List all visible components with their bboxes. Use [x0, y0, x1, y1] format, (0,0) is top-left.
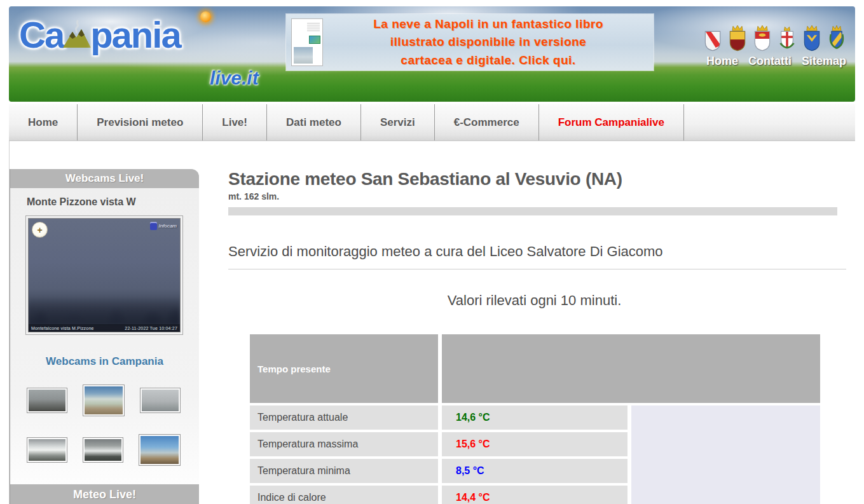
table-row-label-temperatura-minima: Temperatura minima: [250, 459, 438, 483]
webcams-in-campania-link[interactable]: Webcams in Campania: [10, 355, 199, 368]
coat-of-arms-gold-red-icon: [728, 25, 747, 52]
table-row-label-temperatura-attuale: Temperatura attuale: [250, 405, 438, 430]
main-content: Stazione meteo San Sebastiano al Vesuvio…: [228, 169, 846, 504]
webcam-station-logo-icon: +: [32, 222, 48, 238]
logo-subtitle: live.it: [210, 69, 259, 88]
webcam-caption-timestamp: 22-11-2022 Tue 10:04:27: [125, 326, 177, 330]
coat-of-arms-red-white-icon: [753, 25, 772, 52]
service-description: Servizio di monitoraggio meteo a cura de…: [228, 243, 846, 260]
header-link-home[interactable]: Home: [706, 55, 738, 68]
webcam-trees: [29, 297, 180, 325]
logo-text-right: pania: [90, 14, 181, 55]
quick-links: Home Contatti Sitemap: [703, 55, 846, 68]
webcam-thumbnails: [27, 385, 181, 466]
meteo-live-header: Meteo Live!: [10, 484, 199, 504]
site-logo[interactable]: Capania live.it: [19, 17, 181, 53]
coat-of-arms-blue-gold-icon: [802, 25, 821, 52]
table-row-value-indice-di-calore: 14,4 °C: [442, 486, 627, 504]
header-right: Home Contatti Sitemap: [703, 25, 846, 68]
nav-item-dati-meteo[interactable]: Dati meteo: [267, 104, 361, 140]
title-divider-bar: [228, 207, 837, 215]
webcam-title: Monte Pizzone vista W: [10, 188, 199, 208]
site-header: Capania live.it La neve a Napoli in un f…: [9, 6, 855, 102]
table-header-wide-cell: [442, 334, 820, 403]
webcams-live-header: Webcams Live!: [10, 169, 199, 188]
table-row-value-temperatura-massima: 15,6 °C: [442, 432, 627, 456]
webcam-thumbnail-5[interactable]: [83, 437, 123, 463]
coat-of-arms-cross-wreath-icon: [778, 25, 797, 52]
values-heading: Valori rilevati ogni 10 minuti.: [250, 292, 819, 309]
banner-ad-text: La neve a Napoli in un fantastico libro …: [323, 15, 654, 69]
table-header-tempo-presente: Tempo presente: [250, 334, 438, 403]
webcam-thumbnail-1[interactable]: [27, 388, 67, 413]
nav-item-servizi[interactable]: Servizi: [361, 104, 435, 140]
book-cover-image: [291, 18, 323, 66]
table-row-value-temperatura-attuale: 14,6 °C: [442, 405, 627, 430]
banner-line-3: cartacea e digitale. Click qui.: [401, 53, 575, 67]
weather-table: Tempo presente Temperatura attuale 14,6 …: [250, 334, 846, 504]
book-ad-banner[interactable]: La neve a Napoli in un fantastico libro …: [286, 14, 654, 71]
volcano-icon: [62, 20, 92, 48]
webcam-thumbnail-2[interactable]: [83, 385, 125, 416]
nav-item-forum-campanialive[interactable]: Forum Campanialive: [539, 104, 684, 140]
coat-of-arms-blue-wreath-icon: [827, 25, 846, 52]
nav-item-ecommerce[interactable]: €-Commerce: [435, 104, 539, 140]
page: Capania live.it La neve a Napoli in un f…: [9, 6, 855, 504]
header-link-sitemap[interactable]: Sitemap: [802, 55, 846, 68]
banner-line-2: illustrato disponibile in versione: [390, 35, 586, 48]
page-title: Stazione meteo San Sebastiano al Vesuvio…: [228, 169, 846, 189]
webcams-panel: Monte Pizzone vista W + Infocam Montefal…: [10, 188, 199, 484]
webcam-thumbnail-6[interactable]: [139, 434, 181, 466]
coat-of-arms-campania-icon: [703, 25, 722, 52]
banner-line-1: La neve a Napoli in un fantastico libro: [373, 17, 603, 31]
webcam-caption-bar: Montefalcone vista M.Pizzone 22-11-2022 …: [29, 324, 180, 332]
sun-icon: [200, 11, 211, 22]
webcam-provider-logo-icon: Infocam: [150, 222, 177, 230]
webcam-thumbnail-4[interactable]: [27, 437, 67, 463]
content-row: Webcams Live! Monte Pizzone vista W + In…: [9, 141, 855, 504]
main-nav: Home Previsioni meteo Live! Dati meteo S…: [9, 104, 855, 141]
page-subtitle: mt. 162 slm.: [228, 191, 846, 201]
nav-item-previsioni-meteo[interactable]: Previsioni meteo: [78, 104, 203, 140]
nav-item-live[interactable]: Live!: [203, 104, 267, 140]
table-row-label-indice-di-calore: Indice di calore: [250, 486, 438, 504]
logo-text-left: Ca: [19, 14, 64, 55]
webcam-frame[interactable]: + Infocam Montefalcone vista M.Pizzone 2…: [25, 215, 183, 335]
webcam-thumbnail-3[interactable]: [140, 388, 181, 413]
sidebar: Webcams Live! Monte Pizzone vista W + In…: [10, 169, 199, 504]
webcam-caption-left: Montefalcone vista M.Pizzone: [31, 326, 94, 330]
webcam-provider-name: Infocam: [159, 223, 177, 229]
table-row-label-temperatura-massima: Temperatura massima: [250, 432, 438, 456]
table-row-value-temperatura-minima: 8,5 °C: [442, 459, 627, 483]
table-side-panel: [631, 405, 820, 504]
nav-item-home[interactable]: Home: [9, 104, 78, 140]
section-divider: [228, 269, 846, 269]
webcam-image: + Infocam Montefalcone vista M.Pizzone 2…: [28, 218, 181, 332]
header-link-contatti[interactable]: Contatti: [748, 55, 792, 68]
coat-of-arms-row: [703, 25, 846, 52]
